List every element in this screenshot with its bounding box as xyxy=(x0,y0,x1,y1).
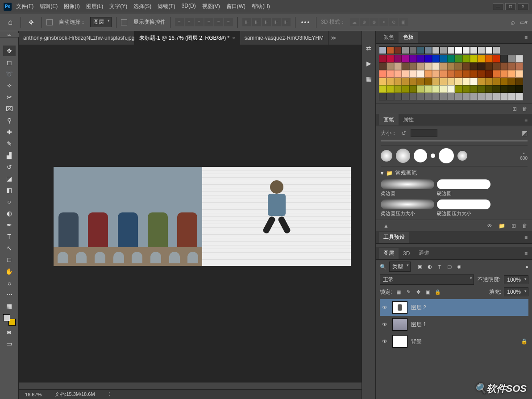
eyedropper-tool[interactable]: ⚲ xyxy=(3,115,16,126)
swatch[interactable] xyxy=(455,55,462,62)
brush-folder-icon[interactable]: 📁 xyxy=(499,223,505,229)
align-icon[interactable]: ≡ xyxy=(195,18,204,26)
lasso-tool[interactable]: ➰ xyxy=(3,69,16,79)
swatch[interactable] xyxy=(402,46,409,54)
layer-row[interactable]: 👁图层 2 xyxy=(380,299,528,316)
swatch[interactable] xyxy=(424,93,432,100)
swatch[interactable] xyxy=(455,62,462,70)
zoom-tool[interactable]: ⌕ xyxy=(3,278,16,288)
menu-item[interactable]: 文字(Y) xyxy=(109,3,127,10)
layer-filter-icon[interactable]: ◐ xyxy=(426,263,434,270)
dodge-tool[interactable]: ◐ xyxy=(3,208,16,219)
swatch[interactable] xyxy=(478,46,485,54)
tab-properties[interactable]: 属性 xyxy=(399,114,418,125)
swatch[interactable] xyxy=(485,62,493,70)
swatch[interactable] xyxy=(455,78,462,85)
layer-row[interactable]: 👁图层 1 xyxy=(380,316,528,333)
align-icon[interactable]: ≡ xyxy=(185,18,194,26)
swatch[interactable] xyxy=(432,55,440,62)
swatch[interactable] xyxy=(515,62,523,70)
swatch[interactable] xyxy=(402,55,409,62)
swatch[interactable] xyxy=(394,46,402,54)
swatch[interactable] xyxy=(440,55,447,62)
swatch[interactable] xyxy=(500,62,508,70)
swatch[interactable] xyxy=(432,78,440,85)
swatch[interactable] xyxy=(500,55,508,62)
swatch[interactable] xyxy=(447,70,455,78)
align-icon[interactable]: ≡ xyxy=(224,18,233,26)
swatch[interactable] xyxy=(440,93,447,100)
brush-preset-5[interactable] xyxy=(439,148,454,163)
document-tab[interactable]: 未标题-1 @ 16.7% (图层 2, RGB/8#) *× xyxy=(135,31,240,45)
swatch[interactable] xyxy=(493,85,500,93)
menu-item[interactable]: 视图(V) xyxy=(202,3,220,10)
swatch[interactable] xyxy=(455,85,462,93)
quick-select-tool[interactable]: ✧ xyxy=(3,80,16,91)
swatch[interactable] xyxy=(440,62,447,70)
swatch[interactable] xyxy=(493,78,500,85)
align-icon[interactable]: ⊕ xyxy=(360,18,369,26)
swatch[interactable] xyxy=(440,70,447,78)
align-icon[interactable]: ⊩ xyxy=(262,18,271,26)
menu-item[interactable]: 图像(I) xyxy=(64,3,79,10)
swatch[interactable] xyxy=(493,70,500,78)
tab-color[interactable]: 颜色 xyxy=(379,32,399,43)
swatch[interactable] xyxy=(424,62,432,70)
ellipsis-icon[interactable]: ⋯ xyxy=(3,289,16,300)
minimize-button[interactable]: — xyxy=(493,3,503,10)
menu-item[interactable]: 编辑(E) xyxy=(40,3,58,10)
swatch[interactable] xyxy=(409,70,417,78)
swatch[interactable] xyxy=(432,93,440,100)
brush-preset-2[interactable] xyxy=(396,149,410,163)
auto-select-dropdown[interactable]: 图层 xyxy=(90,17,112,27)
swatch[interactable] xyxy=(447,62,455,70)
path-select-tool[interactable]: ↖ xyxy=(3,243,16,254)
brush-slider-handle[interactable]: ▲ xyxy=(383,223,389,229)
swatch[interactable] xyxy=(417,85,424,93)
swatch[interactable] xyxy=(402,62,409,70)
dock-icon[interactable]: ▶ xyxy=(366,60,371,67)
swatch[interactable] xyxy=(515,55,523,62)
brush-preview-icon[interactable]: 👁 xyxy=(487,223,492,229)
swatch[interactable] xyxy=(387,78,394,85)
swatch[interactable] xyxy=(387,93,394,100)
swatch[interactable] xyxy=(493,62,500,70)
swatch[interactable] xyxy=(387,55,394,62)
swatch[interactable] xyxy=(432,46,440,54)
swatch[interactable] xyxy=(417,70,424,78)
swatch[interactable] xyxy=(402,78,409,85)
swatch[interactable] xyxy=(440,46,447,54)
menu-item[interactable]: 窗口(W) xyxy=(226,3,245,10)
swatch[interactable] xyxy=(432,70,440,78)
swatch[interactable] xyxy=(500,93,508,100)
quick-mask-icon[interactable]: ◙ xyxy=(3,327,16,337)
swatch[interactable] xyxy=(470,78,478,85)
lock-icon[interactable]: ▦ xyxy=(395,288,403,295)
menu-item[interactable]: 文件(F) xyxy=(16,3,33,10)
align-icon[interactable]: ▣ xyxy=(399,18,408,26)
swatch[interactable] xyxy=(440,78,447,85)
swatch[interactable] xyxy=(387,85,394,93)
eraser-tool[interactable]: ◪ xyxy=(3,173,16,184)
dock-icon[interactable]: ▦ xyxy=(366,75,372,82)
swatch[interactable] xyxy=(462,46,470,54)
swatch[interactable] xyxy=(462,85,470,93)
swatch[interactable] xyxy=(485,55,493,62)
swatch[interactable] xyxy=(493,46,500,54)
swatch[interactable] xyxy=(379,46,387,54)
swatch[interactable] xyxy=(417,93,424,100)
swatch[interactable] xyxy=(508,85,515,93)
brush-size-input[interactable] xyxy=(411,129,437,137)
swatch[interactable] xyxy=(409,78,417,85)
swatch[interactable] xyxy=(424,55,432,62)
brush-panel-menu[interactable]: ≡ xyxy=(523,117,529,123)
brush-preset-3[interactable] xyxy=(414,149,427,162)
swatch[interactable] xyxy=(394,55,402,62)
swatch[interactable] xyxy=(478,62,485,70)
swatch[interactable] xyxy=(394,62,402,70)
healing-tool[interactable]: ✚ xyxy=(3,127,16,137)
swatch[interactable] xyxy=(470,55,478,62)
lock-icon[interactable]: ✥ xyxy=(414,288,422,295)
brush-toggle-icon[interactable]: ◩ xyxy=(522,129,528,137)
brush-preset-4[interactable] xyxy=(431,154,435,158)
